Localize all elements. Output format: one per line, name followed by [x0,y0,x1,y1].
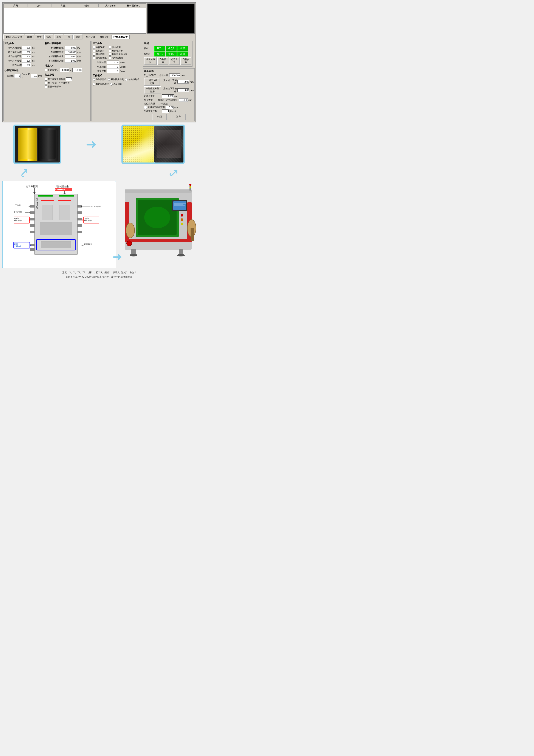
delay-input-0[interactable] [22,46,31,50]
x-label: x: [57,69,59,71]
cb-roll-input[interactable] [92,50,95,52]
delay-input-4[interactable] [22,63,31,67]
up-button[interactable]: 上移 [54,35,63,40]
mode3-radio[interactable] [125,78,128,81]
save-button[interactable]: 保存 [171,114,186,120]
mat-input-0[interactable] [64,46,76,50]
reset-button[interactable]: 重置 [35,35,44,40]
zoom-x-input[interactable] [60,68,69,72]
reduce-count-input[interactable] [14,74,21,78]
col-copies: 印数 [51,4,75,7]
delay-unit-1: ms [32,51,35,53]
cb-enable-roll-cut-input[interactable] [109,53,111,56]
guide-count-input[interactable] [66,77,72,81]
cut-pattern-photo [123,126,154,162]
roll2-btn[interactable]: 初盘2 [166,51,177,56]
cutter1-btn[interactable]: 裁刀1 [154,46,165,51]
pos-range-input[interactable] [179,98,188,102]
mat-row-0: 卷轴材料面积: m2 [45,46,89,50]
delay-input-3[interactable] [22,59,31,63]
pos-dot-input[interactable] [162,94,174,98]
cb-split-input[interactable] [109,56,111,59]
guide-cb2[interactable] [45,85,47,88]
cb-enable-roll-input[interactable] [109,50,111,52]
repeat-input[interactable] [107,69,119,73]
process-params-panel: 加工参数 旋转90度 裁切原材 属中切割 [91,41,142,121]
guide-count-row: 加工编宝数量暂停 [45,77,89,81]
mat-input-1[interactable] [64,50,76,54]
cb-safety-input[interactable] [109,46,111,49]
password-button[interactable]: 密码 [152,114,167,120]
rolls-photo-box [13,124,61,164]
down-button[interactable]: 下移 [64,35,73,40]
work-mode-options: 单头切割-1 双头同步切割 单头切割-2 裁切原料模式 [92,78,141,86]
use-range-input[interactable] [166,106,173,109]
pos-right-input[interactable] [177,88,189,92]
speed-row: 剥膜速度: mm/s [92,61,141,65]
svg-rect-62 [179,249,183,255]
svg-rect-20 [59,205,70,220]
mat-row-1: 卷轴材料密度: mm [45,50,89,54]
cb-middle-cut-input[interactable] [92,53,95,56]
enable-zoom-cb[interactable] [45,69,47,71]
fly-params-btn[interactable]: 飞行参数 [180,57,191,65]
one-key-in-btn[interactable]: 一键完入松交件 [144,78,160,86]
guide-count-label: 加工编宝数量暂停 [48,78,65,81]
gen-repeat-input[interactable] [162,109,169,113]
mode5-label: 低向切割 [113,83,122,86]
guide-count-cb[interactable] [45,78,47,81]
cb-use-params-input[interactable] [92,56,95,59]
cb-rotate-input[interactable] [92,46,95,49]
tab-optimize[interactable]: 自提优化 [98,35,111,39]
cut-blade-btn[interactable]: 裁切裁刀趾 [144,57,157,65]
cb-split: 省/分先检验 [109,56,127,59]
delay-label-3: 吸气打开延时: [5,59,22,62]
cut-count-label: 切膜粒数: [92,65,107,68]
cut-count-input[interactable] [107,65,119,69]
mat-input-3[interactable] [64,59,76,63]
svg-rect-12 [77,205,82,207]
one-key-gen-btn[interactable]: 一键生成分段数据 [144,86,161,94]
delay-unit-2: ms [32,55,35,58]
tab-production[interactable]: 生产记录 [84,35,97,39]
mode2-radio[interactable] [108,78,110,81]
use-range-cb[interactable] [144,106,147,109]
segment-input[interactable] [169,73,180,77]
reduce-count-label: 减次数: [5,74,14,77]
print-space-btn[interactable]: 印刷留置 [157,57,168,65]
expand-io-text: 扩展IO板 [14,211,22,213]
delay-input-2[interactable] [22,55,31,58]
press1-btn[interactable]: 压膜 [177,46,188,51]
svg-point-53 [181,218,183,221]
speed-input[interactable] [107,61,119,65]
step-settings-btn[interactable]: 行记设置 [169,57,180,65]
output-16-text: 16路输出 [84,243,92,245]
press2-btn[interactable]: 压膜 [177,51,188,56]
use-range-label: 使用填充高和范围: [147,106,165,109]
svg-point-56 [189,184,191,186]
mode3-label: 单头切割-2 [128,78,139,81]
axes-1-4-text2: 独立驱动 [14,219,22,222]
mode5-radio[interactable] [110,83,113,86]
delay-row-4: 吹气延时: ms [5,63,42,67]
delay-input-1[interactable] [22,50,31,54]
roll1-btn[interactable]: 初盘1 [166,46,177,51]
pos-dot-unit: mm [174,95,178,97]
pos-left-input[interactable] [177,80,189,84]
add-button[interactable]: 添加 [44,35,53,40]
svg-rect-17 [38,195,53,197]
mat-input-2[interactable] [64,55,76,58]
mode1-radio[interactable] [92,78,95,81]
cutter2-btn[interactable]: 裁刀1 [154,51,165,56]
zoom-y-input[interactable] [72,68,82,72]
reduce-size-label: Count 尺寸: [21,73,30,79]
material1-label: 控料1 [144,47,154,50]
reduce-size-input[interactable] [31,74,37,78]
overwrite-button[interactable]: 覆盖 [73,35,83,40]
guide-cb1[interactable] [45,82,47,85]
delete-processed-button[interactable]: 删除已加工文件 [3,35,24,40]
process-cb-col1: 旋转90度 裁切原材 属中切割 使用整参数 [92,46,107,60]
delete-button[interactable]: 删除 [25,35,34,40]
mode4-radio[interactable] [92,83,95,86]
tab-material-settings[interactable]: 收料参数设置 [112,35,130,39]
